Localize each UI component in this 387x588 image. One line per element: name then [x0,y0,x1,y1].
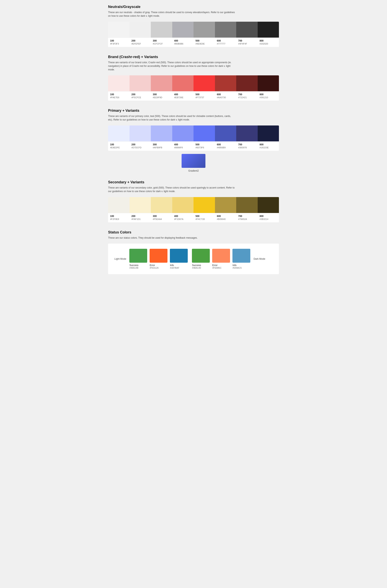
color-item: 800#181D3E [258,126,279,151]
color-number: 500 [195,143,213,146]
color-info: 700#4F4F4F [236,38,258,47]
color-swatch [194,75,215,91]
color-number: 800 [260,39,277,42]
color-info: 300#AFB9FB [151,141,172,151]
color-hex: #76652A [238,218,256,220]
status-hex: #FE885C [212,267,221,269]
color-hex: #202020 [260,42,277,45]
color-hex: #F73737 [195,96,213,99]
color-swatch [236,75,258,91]
color-hex: #D7DCFD [132,146,149,149]
color-info: 700#722421 [236,91,258,101]
color-item: 600#777777 [215,22,236,47]
color-hex: #777777 [217,42,234,45]
color-swatch [236,126,258,141]
primary-title: Primary + Variants [108,108,279,113]
color-hex: #B09640 [217,218,234,220]
secondary-desc: These are variants of our secondary colo… [108,186,235,193]
brand-grid: 100#FAE7E6200#F5CFCE300#EE9F9D400#EB726E… [108,75,279,101]
color-swatch [194,197,215,213]
color-info: 500#6073F6 [194,141,215,151]
color-hex: #391210 [260,96,277,99]
color-info: 200#D7DCFD [130,141,151,151]
color-swatch [258,197,279,213]
color-info: 400#F1D67A [172,213,194,222]
status-name: Success [129,264,138,267]
color-hex: #EE9F9D [153,96,170,99]
status-hex: #1B7BAF [170,267,179,269]
color-item: 500#6073F6 [194,126,215,151]
gradient-swatch [182,154,205,168]
status-swatch [170,249,188,263]
color-hex: #F5E4A4 [153,218,170,220]
color-number: 400 [174,93,192,96]
primary-grid: 100#E8EDFE200#D7DCFD300#AFB9FB400#8896F8… [108,126,279,151]
color-swatch [172,126,194,141]
color-swatch [130,126,151,141]
color-number: 600 [217,215,234,218]
dark-mode-label: Dark Mode [250,257,268,260]
color-number: 300 [153,143,170,146]
color-hex: #B0B0B6 [174,42,192,45]
color-number: 100 [110,215,128,218]
color-swatch [236,197,258,213]
status-color-item: Error#FE6126 [150,249,168,269]
status-color-item: Info#549AC5 [232,249,250,269]
status-hex: #FE6126 [150,267,158,269]
neutrals-title: Neutrals/Grayscale [108,5,279,9]
primary-section: Primary + Variants These are variants of… [108,108,279,172]
status-swatch [129,249,147,263]
color-swatch [215,126,236,141]
color-number: 500 [195,93,213,96]
status-name: Error [212,264,217,267]
status-color-item: Info#1B7BAF [170,249,188,269]
color-hex: #EFEFEF [132,42,149,45]
color-item: 100#FAE7E6 [108,75,130,101]
color-item: 700#76652A [236,197,258,222]
color-hex: #3B3214 [260,218,277,220]
color-swatch [194,126,215,141]
color-number: 600 [217,93,234,96]
status-color-item: Success#4BA140 [192,249,210,269]
color-swatch [172,22,194,38]
brand-desc: These are variants of our brand color, C… [108,61,235,71]
color-item: 100#E8EDFE [108,126,130,151]
color-hex: #FAF1D1 [132,218,149,220]
color-item: 300#CFCFCF [151,22,172,47]
color-number: 300 [153,93,170,96]
color-swatch [108,197,130,213]
color-hex: #9E9E9E [195,42,213,45]
color-item: 800#3B3214 [258,197,279,222]
gradient-row: Gradient2 [108,154,279,172]
color-item: 300#F5E4A4 [151,197,172,222]
color-info: 500#F73737 [194,91,215,101]
color-item: 400#EB726E [172,75,194,101]
color-info: 400#8896F8 [172,141,194,151]
color-info: 100#F2F0E8 [108,213,130,222]
color-hex: #181D3E [260,146,277,149]
status-hex: #48A14B [129,267,138,269]
color-item: 800#391210 [258,75,279,101]
color-swatch [258,75,279,91]
color-info: 400#B0B0B6 [172,38,194,47]
color-hex: #F5CFCE [132,96,149,99]
color-info: 300#F5E4A4 [151,213,172,222]
primary-desc: These are variants of our primary color,… [108,114,235,122]
secondary-title: Secondary + Variants [108,180,279,184]
color-swatch [151,75,172,91]
color-info: 800#181D3E [258,141,279,151]
color-hex: #AFB9FB [153,146,170,149]
color-hex: #E8EDFE [110,146,128,149]
status-color-item: Success#48A14B [129,249,147,269]
status-name: Info [232,264,236,267]
dark-colors-row: Success#4BA140Error#FE885CInfo#549AC5 [192,247,250,271]
neutrals-desc: These are our neutrals - shades of gray.… [108,11,235,18]
status-swatch [150,249,168,263]
neutrals-section: Neutrals/Grayscale These are our neutral… [108,5,279,47]
status-section: Status Colors These are our status color… [108,230,279,274]
status-name: Info [170,264,174,267]
color-item: 200#D7DCFD [130,126,151,151]
color-number: 400 [174,215,192,218]
color-hex: #FAE7E6 [110,96,128,99]
color-info: 600#B09640 [215,213,236,222]
